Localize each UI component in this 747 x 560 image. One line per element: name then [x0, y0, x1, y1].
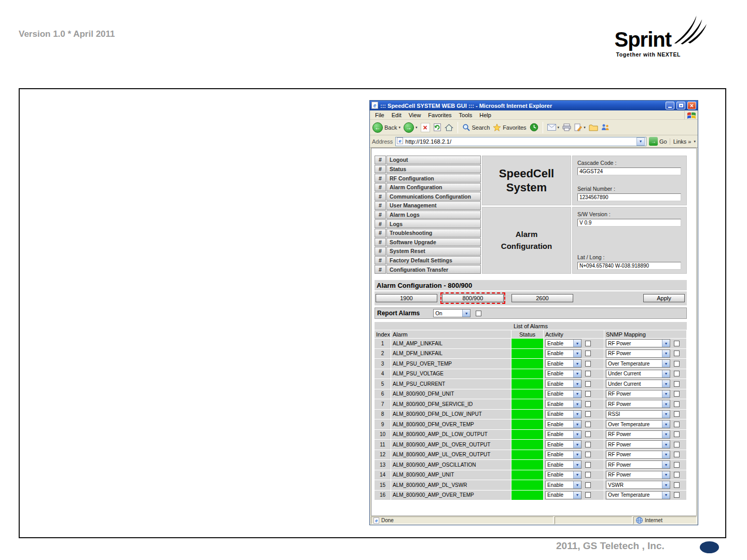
activity-checkbox[interactable] [585, 401, 591, 407]
report-alarms-select[interactable]: On ▼ [433, 309, 471, 317]
snmp-checkbox[interactable] [674, 482, 680, 488]
sidebar-item-logs[interactable]: #Logs [375, 219, 481, 228]
sidebar-item-communications-configuration[interactable]: #Communications Configuration [375, 192, 481, 201]
snmp-mapping-select[interactable]: RF Power▼ [606, 451, 670, 459]
snmp-mapping-select[interactable]: RF Power▼ [606, 390, 670, 398]
snmp-mapping-select[interactable]: RSSI▼ [606, 410, 670, 418]
activity-checkbox[interactable] [585, 492, 591, 498]
activity-select[interactable]: Enable▼ [545, 349, 582, 358]
edit-dropdown-icon[interactable]: ▾ [584, 125, 586, 130]
home-button[interactable] [445, 123, 453, 132]
snmp-mapping-select[interactable]: RF Power▼ [606, 339, 670, 347]
snmp-checkbox[interactable] [674, 492, 680, 498]
stop-button[interactable]: × [421, 123, 430, 132]
edit-button[interactable]: ▾ [574, 123, 586, 132]
search-button[interactable]: Search [462, 123, 490, 132]
sidebar-item-factory-default-settings[interactable]: #Factory Default Settings [375, 256, 481, 265]
menu-view[interactable]: View [405, 111, 425, 119]
discuss-button[interactable] [589, 124, 598, 131]
menu-tools[interactable]: Tools [455, 111, 476, 119]
snmp-checkbox[interactable] [674, 341, 680, 346]
snmp-checkbox[interactable] [674, 431, 680, 437]
sidebar-item-alarm-logs[interactable]: #Alarm Logs [375, 211, 481, 219]
snmp-mapping-select[interactable]: Under Current▼ [606, 370, 670, 378]
address-dropdown-icon[interactable]: ▼ [637, 137, 645, 146]
sidebar-item-label[interactable]: Alarm Configuration [386, 183, 481, 192]
activity-checkbox[interactable] [585, 391, 591, 397]
sidebar-item-rf-configuration[interactable]: #RF Configuration [375, 174, 481, 183]
activity-select[interactable]: Enable▼ [545, 339, 582, 347]
sidebar-item-label[interactable]: Configuration Transfer [386, 265, 481, 274]
snmp-checkbox[interactable] [674, 391, 680, 397]
sidebar-item-alarm-configuration[interactable]: #Alarm Configuration [375, 183, 481, 192]
sidebar-item-label[interactable]: Logs [386, 219, 481, 228]
print-button[interactable] [562, 123, 571, 131]
activity-checkbox[interactable] [585, 452, 591, 457]
activity-select[interactable]: Enable▼ [545, 471, 582, 479]
close-button[interactable]: × [687, 102, 696, 109]
snmp-mapping-select[interactable]: RF Power▼ [606, 440, 670, 449]
sidebar-item-label[interactable]: RF Configuration [386, 174, 481, 183]
snmp-mapping-select[interactable]: Over Temperature▼ [606, 491, 670, 499]
activity-select[interactable]: Enable▼ [545, 420, 582, 428]
links-button[interactable]: Links » [670, 138, 691, 145]
activity-checkbox[interactable] [585, 442, 591, 447]
sidebar-item-label[interactable]: Troubleshooting [386, 229, 481, 237]
sidebar-item-label[interactable]: Factory Default Settings [386, 256, 481, 265]
snmp-mapping-select[interactable]: VSWR▼ [606, 481, 670, 489]
snmp-checkbox[interactable] [674, 361, 680, 367]
activity-select[interactable]: Enable▼ [545, 481, 582, 489]
sidebar-item-label[interactable]: Software Upgrade [386, 238, 481, 247]
mail-button[interactable]: ▾ [547, 124, 560, 131]
sidebar-item-troubleshooting[interactable]: #Troubleshooting [375, 229, 481, 237]
snmp-mapping-select[interactable]: RF Power▼ [606, 471, 670, 479]
snmp-mapping-select[interactable]: Under Current▼ [606, 380, 670, 388]
messenger-button[interactable] [601, 123, 610, 131]
menu-help[interactable]: Help [476, 111, 495, 119]
activity-select[interactable]: Enable▼ [545, 410, 582, 418]
activity-select[interactable]: Enable▼ [545, 430, 582, 439]
activity-select[interactable]: Enable▼ [545, 451, 582, 459]
snmp-checkbox[interactable] [674, 351, 680, 356]
activity-checkbox[interactable] [585, 341, 591, 346]
sidebar-item-label[interactable]: Logout [386, 156, 481, 164]
activity-checkbox[interactable] [585, 381, 591, 387]
activity-checkbox[interactable] [585, 351, 591, 356]
activity-select[interactable]: Enable▼ [545, 491, 582, 499]
history-button[interactable] [530, 123, 538, 132]
sidebar-item-label[interactable]: Status [386, 165, 481, 174]
snmp-checkbox[interactable] [674, 462, 680, 468]
snmp-checkbox[interactable] [674, 371, 680, 376]
activity-checkbox[interactable] [585, 462, 591, 468]
report-alarms-checkbox[interactable] [476, 311, 481, 316]
apply-button[interactable]: Apply [643, 294, 685, 302]
go-button[interactable]: → Go [649, 137, 667, 146]
activity-select[interactable]: Enable▼ [545, 460, 582, 469]
sidebar-item-system-reset[interactable]: #System Reset [375, 247, 481, 256]
snmp-checkbox[interactable] [674, 422, 680, 427]
activity-checkbox[interactable] [585, 431, 591, 437]
activity-select[interactable]: Enable▼ [545, 390, 582, 398]
minimize-button[interactable] [666, 102, 674, 109]
info-input[interactable]: V 0.9 [577, 219, 681, 227]
info-input[interactable]: 1234567890 [577, 193, 681, 201]
snmp-checkbox[interactable] [674, 472, 680, 478]
snmp-mapping-select[interactable]: Over Temperature▼ [606, 420, 670, 428]
address-input[interactable]: e http://192.168.2.1/ ▼ [395, 137, 646, 146]
snmp-checkbox[interactable] [674, 401, 680, 407]
snmp-mapping-select[interactable]: RF Power▼ [606, 400, 670, 408]
sidebar-item-label[interactable]: Alarm Logs [386, 211, 481, 219]
sidebar-item-software-upgrade[interactable]: #Software Upgrade [375, 238, 481, 247]
sidebar-item-configuration-transfer[interactable]: #Configuration Transfer [375, 265, 481, 274]
snmp-mapping-select[interactable]: Over Temperature▼ [606, 359, 670, 368]
toolbar-options-icon[interactable]: ▾ [694, 139, 696, 144]
sidebar-item-label[interactable]: User Management [386, 201, 481, 210]
activity-checkbox[interactable] [585, 371, 591, 376]
snmp-mapping-select[interactable]: RF Power▼ [606, 349, 670, 358]
activity-checkbox[interactable] [585, 482, 591, 488]
band-tab-2600[interactable]: 2600 [511, 294, 573, 302]
activity-select[interactable]: Enable▼ [545, 359, 582, 368]
activity-select[interactable]: Enable▼ [545, 400, 582, 408]
band-tab-800-900[interactable]: 800/900 [442, 294, 504, 302]
activity-checkbox[interactable] [585, 411, 591, 417]
